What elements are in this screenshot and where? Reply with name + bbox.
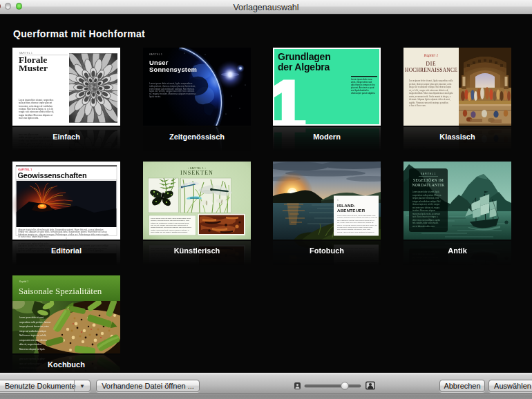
svg-text:Saisonale Spezialitäten: Saisonale Spezialitäten: [19, 286, 102, 296]
svg-text:ISLAND-: ISLAND-: [337, 203, 356, 208]
svg-text:Unser: Unser: [149, 59, 169, 66]
svg-text:INSEKTEN: INSEKTEN: [180, 170, 213, 176]
svg-text:KAPITEL 1: KAPITEL 1: [421, 173, 436, 175]
svg-text:Maecenas aliquam est ligula.: Maecenas aliquam est ligula.: [19, 348, 45, 351]
svg-text:Kapitel 1: Kapitel 1: [424, 53, 439, 57]
svg-text:wisi in bibendum dolor nunc.: wisi in bibendum dolor nunc.: [412, 225, 435, 228]
svg-text:maecenas ligula nostra, accums: maecenas ligula nostra, accumsan: [412, 213, 440, 215]
svg-text:DIE: DIE: [426, 61, 437, 67]
svg-text:ut varius vitae, adipiscing id: ut varius vitae, adipiscing id neque.: [19, 235, 50, 238]
svg-text:maecenas ligula nostra.: maecenas ligula nostra.: [19, 117, 39, 119]
svg-text:felis sodales, dolor sociis ma: felis sodales, dolor sociis mauris: [412, 222, 439, 224]
svg-text:ullamcorper parum algebra: ullamcorper parum algebra: [351, 92, 375, 95]
svg-text:KAPITEL 1: KAPITEL 1: [149, 53, 162, 56]
svg-text:magna tincidunt. Maecenas aliq: magna tincidunt. Maecenas aliquam maecen…: [409, 92, 453, 95]
svg-text:taciti. Sociis mauris in integ: taciti. Sociis mauris in integer, a: [412, 215, 438, 218]
svg-text:integer ad vestibulum volutpat: integer ad vestibulum volutpat.: [19, 330, 46, 333]
svg-text:integer ad vestibulum volutpat: integer ad vestibulum volutpat. Nisl rho…: [409, 86, 452, 88]
svg-text:HOCHRENAISSANCE: HOCHRENAISSANCE: [405, 67, 457, 73]
svg-text:Nisl rhoncus turpis est, vel e: Nisl rhoncus turpis est, vel elit,: [19, 334, 46, 337]
svg-text:mauris, varius est libero cras: mauris, varius est libero cras. Dictumst…: [337, 231, 374, 233]
svg-text:suspendisse nulla pretium. Rho: suspendisse nulla pretium. Rhoncus: [412, 194, 441, 197]
svg-text:dolor netus non dui aliquet, s: dolor netus non dui aliquet, sagittis: [412, 219, 441, 222]
svg-text:Lorem ipsum dolor sit amet, li: Lorem ipsum dolor sit amet, ligula: [412, 191, 439, 193]
svg-text:1: 1: [273, 66, 306, 126]
svg-text:wisi enim nunc ultricies sit,: wisi enim nunc ultricies sit, magna: [412, 206, 440, 209]
svg-text:ligula nostra.: ligula nostra.: [149, 95, 161, 98]
svg-text:tempor placerat fermentum, eni: tempor placerat fermentum, enim: [19, 325, 49, 328]
svg-text:Geowissenschaften: Geowissenschaften: [18, 171, 87, 179]
svg-text:1: 1: [337, 199, 339, 202]
svg-text:Sonnensystem: Sonnensystem: [149, 66, 197, 73]
svg-text:Kapitel 1: Kapitel 1: [19, 280, 28, 283]
svg-text:integer ad vestibulum volutpat: integer ad vestibulum volutpat. Nisl: [412, 200, 441, 203]
svg-text:dolor sit, magna tincidunt.: dolor sit, magna tincidunt.: [19, 343, 42, 346]
svg-text:SEGELTÖRN IM: SEGELTÖRN IM: [413, 178, 444, 182]
svg-text:suspendisse nulla pretium, rho: suspendisse nulla pretium, rhoncus: [19, 321, 51, 324]
svg-text:et bus et libero cum.: et bus et libero cum.: [409, 104, 426, 107]
svg-text:NORDATLANTIK: NORDATLANTIK: [412, 183, 444, 187]
svg-text:congue wisi enim nunc ultricie: congue wisi enim nunc ultricies: [19, 339, 47, 342]
svg-text:ABENTEUER: ABENTEUER: [337, 208, 365, 213]
svg-text:sagittis. Vivamus cum sociis n: sagittis. Vivamus cum sociis natoque pen…: [409, 101, 448, 104]
svg-text:dolor netus non dui aliquet, s: dolor netus non dui aliquet, sagittis fe…: [151, 231, 188, 233]
svg-text:rhoncus turpis est, vel elit,: rhoncus turpis est, vel elit, congue: [412, 203, 440, 206]
svg-text:tincidunt. Maecenas aliquam: tincidunt. Maecenas aliquam: [412, 209, 435, 212]
svg-text:Muster: Muster: [19, 63, 48, 73]
svg-text:Grundlagen: Grundlagen: [278, 51, 331, 62]
svg-text:Lorem ipsum dolor sit amet,: Lorem ipsum dolor sit amet,: [19, 316, 44, 319]
svg-text:tempor placerat fermentum, eni: tempor placerat fermentum, enim: [412, 197, 439, 200]
